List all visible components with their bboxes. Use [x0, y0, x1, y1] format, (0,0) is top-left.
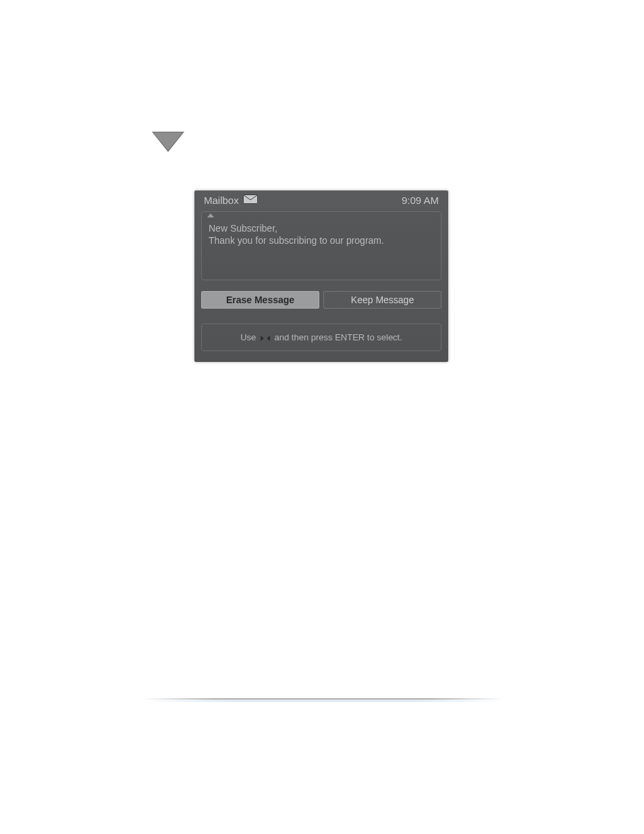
left-right-arrow-icon — [260, 335, 271, 342]
dialog-title: Mailbox — [204, 194, 239, 206]
message-line: New Subscriber, — [209, 223, 434, 235]
envelope-icon — [243, 194, 258, 206]
svg-marker-1 — [261, 336, 264, 341]
erase-message-button[interactable]: Erase Message — [201, 291, 319, 309]
dialog-buttons: Erase Message Keep Message — [201, 291, 441, 309]
message-body: New Subscriber, Thank you for subscribin… — [201, 211, 441, 280]
navigation-hint: Use and then press ENTER to select. — [201, 323, 441, 351]
message-line: Thank you for subscribing to our program… — [209, 235, 434, 247]
down-triangle-icon — [152, 132, 184, 152]
message-text: New Subscriber, Thank you for subscribin… — [209, 223, 434, 246]
horizontal-rule — [142, 698, 505, 702]
scroll-up-icon[interactable] — [207, 213, 214, 217]
mailbox-dialog: Mailbox 9:09 AM New Subscriber, Thank yo… — [194, 190, 448, 362]
hint-post: and then press ENTER to select. — [275, 332, 402, 342]
dialog-titlebar: Mailbox 9:09 AM — [194, 190, 448, 209]
keep-message-button[interactable]: Keep Message — [323, 291, 441, 309]
svg-marker-2 — [267, 336, 270, 341]
clock-readout: 9:09 AM — [402, 194, 439, 206]
hint-pre: Use — [240, 332, 256, 342]
